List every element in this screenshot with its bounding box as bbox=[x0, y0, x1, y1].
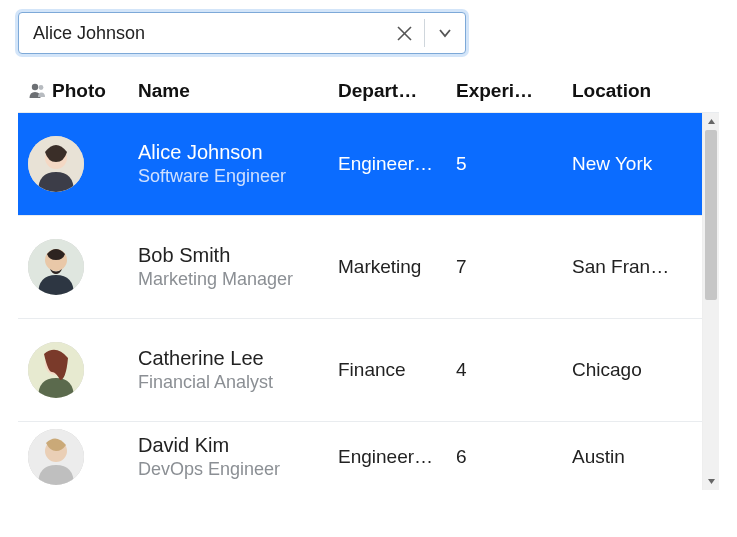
column-header-name[interactable]: Name bbox=[138, 80, 338, 102]
row-department: Engineer… bbox=[338, 446, 456, 468]
clear-icon[interactable] bbox=[384, 13, 424, 53]
scrollbar[interactable] bbox=[702, 113, 719, 490]
table-header: Photo Name Depart… Experi… Location bbox=[18, 76, 719, 112]
search-input[interactable] bbox=[19, 13, 384, 53]
table-row[interactable]: David Kim DevOps Engineer Engineer… 6 Au… bbox=[18, 422, 702, 490]
table-row[interactable]: Catherine Lee Financial Analyst Finance … bbox=[18, 319, 702, 422]
column-header-photo-label: Photo bbox=[52, 80, 106, 102]
chevron-down-icon[interactable] bbox=[425, 13, 465, 53]
column-header-department[interactable]: Depart… bbox=[338, 80, 456, 102]
column-header-photo[interactable]: Photo bbox=[28, 80, 138, 102]
avatar bbox=[28, 429, 84, 485]
column-header-location[interactable]: Location bbox=[572, 80, 702, 102]
row-location: Chicago bbox=[572, 359, 702, 381]
employee-search-combobox[interactable] bbox=[18, 12, 466, 54]
scrollbar-thumb[interactable] bbox=[705, 130, 717, 300]
row-name: David Kim bbox=[138, 433, 338, 458]
row-role: DevOps Engineer bbox=[138, 458, 338, 481]
row-department: Finance bbox=[338, 359, 456, 381]
row-name: Bob Smith bbox=[138, 243, 338, 268]
row-department: Marketing bbox=[338, 256, 456, 278]
svg-point-2 bbox=[32, 84, 38, 90]
row-role: Software Engineer bbox=[138, 165, 338, 188]
row-location: San Fran… bbox=[572, 256, 702, 278]
avatar bbox=[28, 136, 84, 192]
row-experience: 6 bbox=[456, 446, 572, 468]
svg-marker-12 bbox=[708, 119, 715, 124]
avatar bbox=[28, 239, 84, 295]
table-row[interactable]: Bob Smith Marketing Manager Marketing 7 … bbox=[18, 216, 702, 319]
row-experience: 7 bbox=[456, 256, 572, 278]
scroll-up-icon[interactable] bbox=[703, 113, 719, 130]
row-name: Alice Johnson bbox=[138, 140, 338, 165]
results-list-area: Alice Johnson Software Engineer Engineer… bbox=[18, 112, 719, 490]
avatar bbox=[28, 342, 84, 398]
table-row[interactable]: Alice Johnson Software Engineer Engineer… bbox=[18, 113, 702, 216]
svg-point-3 bbox=[39, 85, 44, 90]
row-role: Financial Analyst bbox=[138, 371, 338, 394]
row-location: Austin bbox=[572, 446, 702, 468]
column-header-experience[interactable]: Experi… bbox=[456, 80, 572, 102]
row-name: Catherine Lee bbox=[138, 346, 338, 371]
row-role: Marketing Manager bbox=[138, 268, 338, 291]
row-department: Engineer… bbox=[338, 153, 456, 175]
scroll-down-icon[interactable] bbox=[703, 473, 719, 490]
person-icon bbox=[28, 82, 46, 100]
svg-marker-13 bbox=[708, 479, 715, 484]
row-location: New York bbox=[572, 153, 702, 175]
row-experience: 4 bbox=[456, 359, 572, 381]
row-experience: 5 bbox=[456, 153, 572, 175]
results-list[interactable]: Alice Johnson Software Engineer Engineer… bbox=[18, 113, 702, 490]
